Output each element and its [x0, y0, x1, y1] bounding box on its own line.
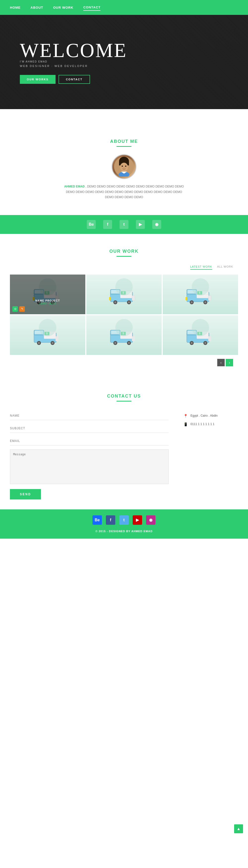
svg-rect-79	[208, 336, 211, 341]
phone-text: 0111 1 1 1 1 1 1 1	[190, 422, 215, 426]
tab-latest-work[interactable]: LATEST WORK	[190, 264, 212, 270]
svg-rect-49	[35, 331, 43, 334]
work-item-6[interactable]: S	[163, 315, 238, 355]
work-thumbnail-3: S	[163, 275, 238, 314]
footer-twitter[interactable]: t	[119, 515, 129, 525]
work-item-1[interactable]: S NAME PROJECT DEMO · DEMO ⊙ ✎	[10, 275, 85, 314]
footer-youtube[interactable]: ▶	[133, 515, 142, 525]
footer-behance[interactable]: Be	[93, 515, 102, 525]
project-icons: ⊙ ✎	[12, 306, 83, 312]
svg-rect-26	[126, 291, 132, 294]
message-input[interactable]	[10, 450, 168, 484]
svg-point-42	[191, 301, 193, 303]
contact-title: CONTACT US	[10, 394, 238, 399]
svg-rect-23	[111, 290, 120, 293]
svg-point-78	[204, 342, 206, 344]
svg-rect-39	[203, 291, 208, 294]
svg-rect-68	[132, 336, 135, 341]
svg-rect-46	[186, 297, 187, 300]
work-thumbnail-4: S	[10, 315, 85, 355]
svg-point-76	[191, 342, 193, 344]
svg-point-56	[52, 342, 54, 344]
work-title: OUR WORK	[10, 249, 238, 254]
pagination: ‹ ›	[10, 359, 238, 366]
svg-point-31	[128, 301, 130, 303]
footer-facebook[interactable]: f	[106, 515, 115, 525]
svg-rect-38	[197, 291, 202, 294]
nav-contact[interactable]: CONTACT	[83, 4, 101, 11]
email-input[interactable]	[10, 437, 168, 445]
send-button[interactable]: SEND	[10, 489, 41, 499]
work-item-2[interactable]: S	[86, 275, 162, 314]
hero-works-button[interactable]: OUR WORKS	[20, 75, 56, 84]
hero-tm: I'M AHMED EMAD	[20, 60, 48, 63]
hero-contact-button[interactable]: CONTACT	[59, 75, 90, 84]
social-twitter[interactable]: t	[120, 220, 128, 229]
svg-text:S: S	[199, 332, 200, 335]
svg-point-5	[125, 166, 126, 167]
contact-section: CONTACT US SEND 📍 Egypt . Cairo . Abdin …	[0, 379, 248, 509]
about-description: AHMED EMAD , DEMO DEMO DEMO DEMO DEMO DE…	[62, 184, 186, 200]
about-underline	[117, 146, 131, 147]
svg-rect-73	[197, 332, 202, 335]
footer-instagram[interactable]: ◉	[146, 515, 155, 525]
svg-point-65	[114, 342, 116, 344]
social-behance[interactable]: Be	[87, 220, 96, 229]
hero-subtitle: WEB DESIGNER · WEB DEVELOPER	[20, 64, 88, 67]
project-label: NAME PROJECT	[12, 299, 83, 302]
work-item-3[interactable]: S	[163, 275, 238, 314]
phone-icon: 📱	[184, 422, 188, 427]
svg-rect-71	[187, 331, 196, 334]
address-text: Egypt . Cairo . Abdin	[190, 414, 217, 417]
social-youtube[interactable]: ▶	[136, 220, 145, 229]
svg-text:S: S	[123, 332, 124, 335]
svg-point-4	[122, 166, 123, 167]
work-tabs: LATEST WORK ALL WORK	[10, 264, 238, 270]
social-instagram[interactable]: ◉	[152, 220, 161, 229]
svg-rect-61	[120, 331, 132, 339]
work-item-5[interactable]: S	[86, 315, 162, 355]
nav-home[interactable]: HOME	[10, 5, 21, 10]
project-icon-view[interactable]: ⊙	[12, 306, 18, 312]
svg-point-44	[204, 301, 206, 303]
work-thumbnail-5: S	[86, 315, 162, 355]
prev-button[interactable]: ‹	[217, 359, 225, 366]
location-icon: 📍	[184, 414, 188, 418]
next-button[interactable]: ›	[226, 359, 233, 366]
address-item: 📍 Egypt . Cairo . Abdin	[184, 414, 238, 418]
subject-input[interactable]	[10, 424, 168, 433]
footer-socials: Be f t ▶ ◉	[10, 515, 238, 525]
nav-work[interactable]: OUR WORK	[53, 5, 73, 10]
contact-info: 📍 Egypt . Cairo . Abdin 📱 0111 1 1 1 1 1…	[184, 411, 238, 431]
about-title: ABOUT ME	[20, 139, 228, 144]
contact-layout: SEND 📍 Egypt . Cairo . Abdin 📱 0111 1 1 …	[10, 411, 238, 499]
project-icon-edit[interactable]: ✎	[19, 306, 25, 312]
svg-text:S: S	[46, 332, 48, 335]
svg-rect-33	[109, 297, 111, 300]
social-facebook[interactable]: f	[103, 220, 112, 229]
tab-all-work[interactable]: ALL WORK	[217, 264, 233, 270]
about-section: ABOUT ME AHMED EMAD , DEMO DEMO DEMO DEM…	[0, 124, 248, 215]
work-thumbnail-6: S	[163, 315, 238, 355]
work-underline	[117, 256, 131, 257]
project-sub: DEMO · DEMO	[12, 302, 83, 305]
svg-text:S: S	[123, 291, 124, 294]
svg-point-54	[38, 342, 40, 344]
nav-about[interactable]: ABOUT	[31, 5, 43, 10]
svg-point-6	[124, 167, 124, 168]
work-grid: S NAME PROJECT DEMO · DEMO ⊙ ✎	[10, 275, 238, 355]
work-overlay-1: NAME PROJECT DEMO · DEMO ⊙ ✎	[10, 275, 85, 314]
svg-rect-60	[111, 331, 120, 334]
svg-rect-25	[121, 291, 126, 294]
work-section: OUR WORK LATEST WORK ALL WORK S	[0, 234, 248, 379]
svg-rect-51	[44, 332, 49, 335]
name-input[interactable]	[10, 411, 168, 420]
work-thumbnail-2: S	[86, 275, 162, 314]
svg-text:S: S	[199, 291, 200, 294]
hero-buttons: OUR WORKS CONTACT	[20, 75, 90, 84]
svg-rect-32	[132, 296, 135, 301]
work-item-4[interactable]: S	[10, 315, 85, 355]
hero-title: wELCOME	[20, 40, 127, 60]
svg-point-29	[114, 301, 116, 303]
svg-rect-72	[197, 331, 209, 339]
